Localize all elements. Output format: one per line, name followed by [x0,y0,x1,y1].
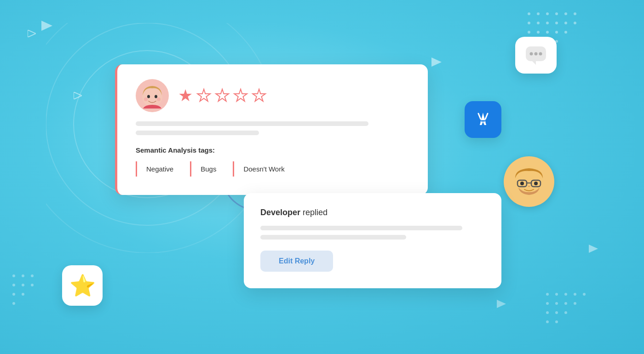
star-badge-icon: ⭐ [69,273,96,298]
svg-point-69 [144,97,148,101]
tag-bugs: Bugs [190,161,225,177]
edit-reply-button[interactable]: Edit Reply [260,251,333,272]
reply-line-2 [260,235,406,240]
triangle-decor-3 [589,245,598,253]
triangle-decor-1 [41,21,52,31]
developer-label: Developer [260,208,300,217]
svg-point-68 [155,95,157,98]
star-1: ★ [178,87,193,104]
chat-badge [515,37,557,74]
svg-point-64 [534,182,538,185]
svg-marker-52 [74,92,82,99]
star-rating: ★ ★ ★ ★ ★ [178,87,266,104]
review-line-2 [136,131,259,135]
star-2: ★ [196,87,211,104]
triangle-decor-4 [497,300,506,308]
semantic-analysis-label: Semantic Analysis tags: [136,146,409,154]
review-text-lines [136,121,409,135]
reviewer-avatar [136,79,169,112]
review-header: ★ ★ ★ ★ ★ [136,79,409,112]
star-4: ★ [233,87,248,104]
svg-point-63 [520,182,524,185]
tag-doesnt-work: Doesn't Work [233,161,293,177]
star-5: ★ [252,87,266,104]
svg-marker-48 [28,30,36,37]
triangle-decor-2 [431,57,442,67]
replied-text: replied [303,208,328,217]
reply-line-1 [260,226,462,230]
developer-replied-text: Developer replied [260,208,485,217]
star-badge: ⭐ [62,265,103,306]
appstore-icon [472,109,494,130]
reviewer-face-illustration [138,82,166,109]
reply-text-lines [260,226,485,240]
svg-marker-49 [431,57,442,67]
svg-point-67 [147,95,150,98]
svg-point-55 [535,52,538,56]
star-3: ★ [215,87,230,104]
chat-bubble-icon [525,46,547,65]
reply-card: Developer replied Edit Reply [244,193,501,288]
semantic-tags-row: Negative Bugs Doesn't Work [136,161,409,177]
triangle-decor-5 [74,92,82,99]
tag-negative: Negative [136,161,183,177]
svg-marker-47 [41,21,52,31]
review-card: ★ ★ ★ ★ ★ Semantic Analysis tags: Negati… [115,64,428,195]
review-line-1 [136,121,368,126]
appstore-badge [465,101,501,138]
svg-marker-57 [532,61,536,65]
svg-point-56 [539,52,542,56]
developer-avatar [504,156,554,207]
svg-point-54 [530,52,533,56]
svg-marker-51 [497,300,506,308]
developer-face-illustration [508,161,550,202]
svg-point-70 [157,97,161,101]
svg-marker-50 [589,245,598,253]
triangle-decor-outline-1 [28,30,36,37]
